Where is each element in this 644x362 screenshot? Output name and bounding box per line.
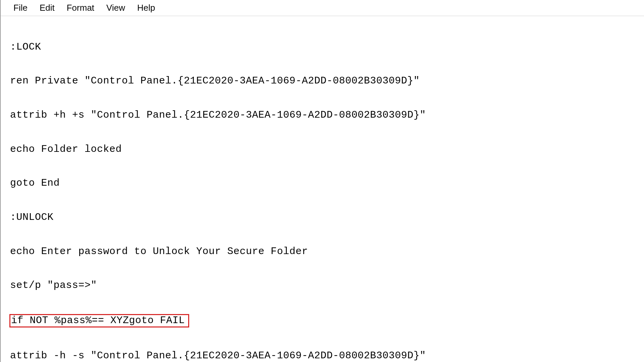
menu-edit[interactable]: Edit (34, 2, 61, 14)
menubar: File Edit Format View Help (1, 0, 644, 16)
code-line: attrib +h +s "Control Panel.{21EC2020-3A… (10, 110, 644, 121)
code-line: ren Private "Control Panel.{21EC2020-3AE… (10, 75, 644, 87)
code-line: set/p "pass=>" (10, 280, 644, 291)
code-line: attrib -h -s "Control Panel.{21EC2020-3A… (10, 350, 644, 362)
code-line: :LOCK (10, 42, 644, 53)
text-editor-area[interactable]: :LOCK ren Private "Control Panel.{21EC20… (1, 16, 644, 362)
notepad-window: File Edit Format View Help :LOCK ren Pri… (0, 0, 644, 362)
code-line-highlighted: if NOT %pass%== XYZgoto FAIL (10, 314, 644, 327)
code-line: goto End (10, 178, 644, 189)
menu-format[interactable]: Format (61, 2, 100, 14)
highlight-box: if NOT %pass%== XYZgoto FAIL (9, 314, 189, 327)
menu-help[interactable]: Help (131, 2, 161, 14)
menu-view[interactable]: View (100, 2, 131, 14)
menu-file[interactable]: File (7, 2, 34, 14)
code-line: echo Enter password to Unlock Your Secur… (10, 246, 644, 257)
code-line: echo Folder locked (10, 144, 644, 155)
code-line: :UNLOCK (10, 212, 644, 223)
